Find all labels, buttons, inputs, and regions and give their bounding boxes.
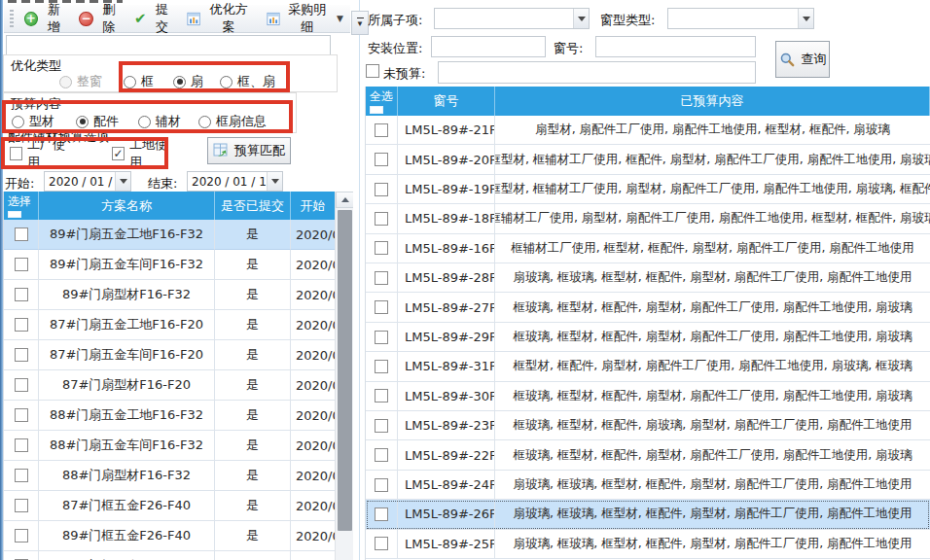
select-all-checkbox[interactable] [8,211,21,218]
row-checkbox[interactable] [375,212,388,226]
scroll-up-button[interactable] [336,192,353,208]
win-no-column-header[interactable]: 窗号 [398,87,495,116]
submitted-column-header[interactable]: 是否已提交 [215,192,291,220]
plan-name-column-header[interactable]: 方案名称 [39,192,215,220]
radio-option[interactable]: 框扇信息 [198,113,267,130]
row-select-cell[interactable] [366,411,398,440]
row-select-cell[interactable] [4,431,39,461]
row-checkbox[interactable] [15,408,28,422]
row-checkbox[interactable] [375,419,388,433]
win-type-dropdown-icon[interactable] [798,9,813,28]
toolbar-grip-icon[interactable] [10,10,14,27]
row-checkbox[interactable] [15,378,28,392]
row-select-cell[interactable] [366,440,398,470]
sub-item-dropdown-icon[interactable] [573,9,589,28]
row-select-cell[interactable] [4,250,39,280]
row-select-cell[interactable] [4,220,39,250]
row-select-cell[interactable] [366,352,398,381]
row-checkbox[interactable] [15,318,28,332]
row-checkbox[interactable] [15,469,28,482]
plan-search-input[interactable] [6,35,331,55]
toolbar-overflow-button[interactable]: ▼ [351,11,369,35]
plan-table-row[interactable]: 87#门扇五金工地F16-F20是2020/0 [4,310,353,340]
row-select-cell[interactable] [366,293,398,322]
no-budget-checkbox[interactable] [366,64,379,78]
row-select-cell[interactable] [366,234,398,263]
usage-checkbox-option[interactable]: 工地使用 [112,136,175,171]
submit-button[interactable]: ✔ 提交 [129,0,178,39]
plan-table-row[interactable]: 87#门扇五金车间F16-F20是2020/0 [4,340,353,370]
add-button[interactable]: + 新增 [19,0,71,39]
row-checkbox[interactable] [375,123,388,137]
plan-table-row[interactable]: 87#门框五金F26-F40是2020/0 [4,491,353,521]
budget-table-row[interactable]: LM5L-89#-20F18框型材, 框辅材工厂使用, 框配件, 扇型材, 扇配… [366,145,930,174]
budget-table-row[interactable]: LM5L-89#-19F17框型材, 框辅材工厂使用, 扇型材, 扇配件工厂使用… [366,175,930,204]
budget-table-row[interactable]: LM5L-89#-21F19扇型材, 扇配件工厂使用, 扇配件工地使用, 框型材… [366,116,930,145]
date-start-dropdown-icon[interactable] [115,172,130,191]
radio-option[interactable]: 辅材 [138,113,181,130]
start-column-header[interactable]: 开始 [291,192,336,220]
budget-table-row[interactable]: LM5L-89#-28F26扇玻璃, 框玻璃, 框型材, 框配件, 扇型材, 扇… [366,263,930,293]
row-select-cell[interactable] [4,310,39,340]
win-no-input[interactable] [595,36,756,57]
plan-table-row[interactable]: 89#门扇型材F16-F32是2020/0 [4,280,353,310]
row-checkbox[interactable] [375,537,388,550]
row-checkbox[interactable] [375,448,388,462]
row-select-cell[interactable] [4,401,39,431]
row-select-cell[interactable] [366,382,398,411]
radio-option[interactable]: 框 [124,73,154,90]
budget-content-column-header[interactable]: 已预算内容 [495,87,930,116]
row-checkbox[interactable] [15,258,28,271]
row-select-cell[interactable] [366,116,398,145]
budget-table-row[interactable]: LM5L-89#-25F23扇玻璃, 框玻璃, 框型材, 框配件, 扇型材, 扇… [366,530,930,559]
row-checkbox[interactable] [15,529,28,542]
plan-table-row[interactable]: 88#门扇五金车间F16-F32是2020/0 [4,431,353,461]
budget-table-row[interactable]: LM5L-89#-31F29框型材, 框配件, 扇型材, 扇配件工厂使用, 扇配… [366,352,930,381]
row-select-cell[interactable] [4,491,39,521]
row-checkbox[interactable] [375,183,388,196]
radio-option[interactable]: 扇 [173,73,203,90]
panel-splitter[interactable] [359,0,360,560]
row-select-cell[interactable] [366,263,398,293]
row-select-cell[interactable] [366,500,398,529]
row-checkbox[interactable] [375,331,388,344]
row-select-cell[interactable] [366,145,398,174]
win-type-combobox[interactable] [667,8,814,29]
row-select-cell[interactable] [4,370,39,401]
row-checkbox[interactable] [15,228,28,241]
plans-table-scrollbar[interactable] [335,192,353,560]
query-button[interactable]: 查询 [775,41,830,78]
budget-table-row[interactable]: LM5L-89#-23F21框玻璃, 框型材, 框配件, 扇玻璃, 扇型材, 扇… [366,411,930,440]
budget-table-row[interactable]: LM5L-89#-27F25框玻璃, 框型材, 框配件, 扇型材, 扇配件工厂使… [366,293,930,322]
date-start-picker[interactable]: 2020 / 01 / 1 [44,171,131,192]
row-checkbox[interactable] [15,499,28,512]
budget-table-row[interactable]: LM5L-89#-24F22扇玻璃, 框玻璃, 框型材, 框配件, 扇型材, 扇… [366,471,930,500]
plan-table-row[interactable]: 89#门扇五金工地F16-F32是2020/0 [4,220,353,250]
row-checkbox[interactable] [15,288,28,301]
optimize-plan-button[interactable]: 优化方案 [182,0,257,39]
row-select-cell[interactable] [366,323,398,352]
row-select-cell[interactable] [4,280,39,310]
budget-table-row[interactable]: LM5L-89#-29F27框玻璃, 框型材, 框配件, 扇型材, 扇配件工厂使… [366,323,930,352]
row-checkbox[interactable] [375,478,388,492]
plan-table-row[interactable]: 88#门扇型材F16-F32是2020/0 [4,461,353,491]
delete-button[interactable]: − 删除 [74,0,125,39]
usage-checkbox-option[interactable]: 工厂使用 [10,136,73,171]
row-select-cell[interactable] [4,521,39,551]
date-end-picker[interactable]: 2020 / 01 / 13 [187,171,283,192]
row-select-cell[interactable] [366,530,398,559]
budget-table-row[interactable]: LM5L-89#-26F24扇玻璃, 框玻璃, 框型材, 框配件, 扇型材, 扇… [366,500,930,529]
scrollbar-thumb[interactable] [338,210,352,531]
select-all-checkbox[interactable] [370,106,383,114]
date-end-dropdown-icon[interactable] [267,172,282,191]
plan-table-row[interactable]: 87#门扇型材F16-F20是2020/0 [4,370,353,401]
row-select-cell[interactable] [4,340,39,370]
row-checkbox[interactable] [375,153,388,166]
budget-table-row[interactable]: LM5L-89#-16F15框辅材工厂使用, 框型材, 框配件, 扇型材, 扇配… [366,234,930,263]
plan-table-row[interactable]: 88#门扇五金工地F16-F32是2020/0 [4,401,353,431]
plan-table-row[interactable]: 89#门框五金F26-F40是2020/0 [4,521,353,551]
row-select-cell[interactable] [366,204,398,233]
sub-item-combobox[interactable] [434,8,590,29]
purchase-detail-button[interactable]: 采购明细 ▼ [262,0,348,39]
row-select-cell[interactable] [4,461,39,491]
